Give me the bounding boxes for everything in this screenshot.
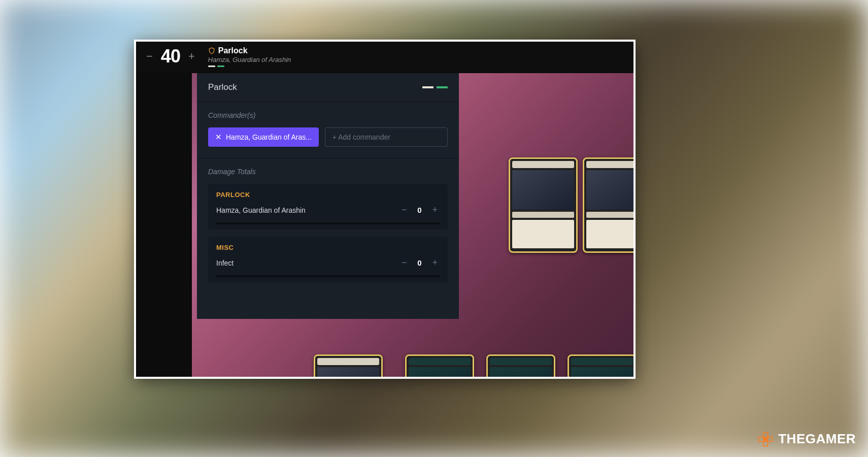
game-card[interactable] <box>509 157 578 253</box>
damage-plus-button[interactable]: + <box>430 204 440 216</box>
damage-value: 0 <box>416 206 423 214</box>
damage-totals-section: Damage Totals PARLOCK Hamza, Guardian of… <box>197 158 459 319</box>
damage-row-label: Hamza, Guardian of Arashin <box>216 206 306 214</box>
damage-plus-button[interactable]: + <box>430 256 440 269</box>
panel-color-identity <box>422 86 448 88</box>
commanders-section: Commander(s) ✕ Hamza, Guardian of Aras..… <box>197 102 459 158</box>
color-identity <box>208 66 291 67</box>
player-detail-panel: Parlock Commander(s) ✕ Hamza, Guardian o… <box>197 73 459 319</box>
life-plus-button[interactable]: + <box>185 48 198 65</box>
damage-group: PARLOCK Hamza, Guardian of Arashin − 0 + <box>208 184 448 230</box>
game-card[interactable] <box>314 354 383 379</box>
player-info: Parlock Hamza, Guardian of Arashin <box>208 46 291 67</box>
commander-chip-label: Hamza, Guardian of Aras... <box>226 133 312 141</box>
player-top-bar: − 40 + Parlock Hamza, Guardian of Arashi… <box>136 42 633 71</box>
damage-progress-bar <box>216 275 440 277</box>
mana-pip-white <box>208 66 215 67</box>
svg-rect-1 <box>759 437 763 441</box>
damage-minus-button[interactable]: − <box>399 256 409 269</box>
damage-row: Infect − 0 + <box>216 256 440 269</box>
add-commander-input[interactable]: + Add commander <box>325 127 448 147</box>
damage-row-label: Infect <box>216 259 233 267</box>
panel-title: Parlock <box>208 82 237 92</box>
watermark-logo-icon <box>758 432 773 447</box>
site-watermark: THEGAMER <box>758 431 856 447</box>
life-counter: − 40 + <box>143 46 198 67</box>
game-card[interactable] <box>567 354 636 379</box>
damage-value: 0 <box>416 258 423 267</box>
shield-icon <box>208 47 215 54</box>
mana-pip-green <box>217 66 224 67</box>
game-card[interactable] <box>405 354 474 379</box>
commanders-label: Commander(s) <box>208 111 448 119</box>
watermark-text: THEGAMER <box>778 431 856 447</box>
game-card[interactable] <box>583 157 636 253</box>
damage-group-title: PARLOCK <box>216 191 440 199</box>
damage-group: MISC Infect − 0 + <box>208 237 448 282</box>
mana-pip-green <box>437 86 448 88</box>
app-window: − 40 + Parlock Hamza, Guardian of Arashi… <box>134 40 636 379</box>
svg-rect-0 <box>763 432 768 437</box>
svg-rect-2 <box>768 437 773 441</box>
damage-row: Hamza, Guardian of Arashin − 0 + <box>216 204 440 216</box>
commander-subtitle: Hamza, Guardian of Arashin <box>208 56 291 63</box>
panel-header: Parlock <box>197 73 459 102</box>
life-value: 40 <box>161 46 180 67</box>
commander-chip[interactable]: ✕ Hamza, Guardian of Aras... <box>208 127 319 147</box>
damage-minus-button[interactable]: − <box>399 204 409 216</box>
damage-totals-label: Damage Totals <box>208 168 448 176</box>
life-minus-button[interactable]: − <box>143 48 156 65</box>
damage-group-title: MISC <box>216 244 440 251</box>
svg-rect-4 <box>764 438 767 441</box>
close-icon[interactable]: ✕ <box>215 133 222 142</box>
svg-rect-3 <box>763 441 768 446</box>
game-card[interactable] <box>486 354 555 379</box>
player-name: Parlock <box>218 46 248 55</box>
mana-pip-white <box>422 86 433 88</box>
damage-progress-bar <box>216 222 440 224</box>
